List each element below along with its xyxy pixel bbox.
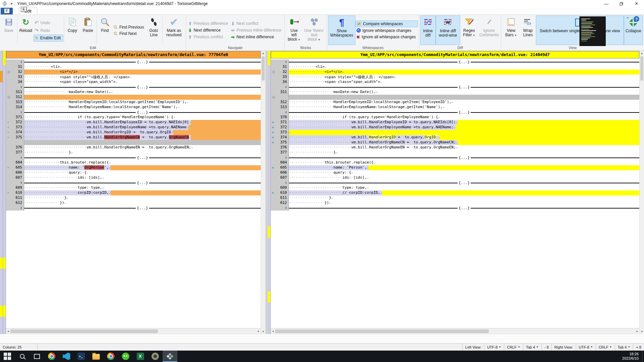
taskbar-icon-chrome[interactable] (44, 351, 59, 362)
code-line[interactable]: 34················<span·class="span_widt… (271, 80, 639, 85)
right-pane-code[interactable]: ↕{...}31············<li>↵32·············… (271, 58, 639, 328)
taskbar-icon-explorer[interactable] (89, 351, 103, 362)
view-bars-button[interactable]: View Bars▼ (502, 15, 520, 45)
right-horizontal-scrollbar[interactable]: ◂ ▸ (271, 328, 639, 334)
code-line[interactable]: 606····················query:·{↵ (6, 170, 261, 175)
code-line[interactable]: 612················})↵ (271, 200, 639, 206)
code-line[interactable]: 311····················maxDate:new·Date(… (271, 90, 639, 95)
code-line[interactable]: 609························type:·type,↵ (271, 185, 639, 190)
code-line[interactable]: 606····················query:·{↵ (271, 170, 639, 175)
code-line[interactable]: +375····························vm.bill.… (271, 140, 639, 145)
code-line[interactable]: 604················this.$router.replace(… (271, 160, 639, 165)
code-line[interactable]: 311····················maxDate:new·Date(… (6, 90, 261, 95)
compare-whitespaces-button[interactable]: ✓Compare whitespaces (355, 20, 418, 27)
scroll-right-icon[interactable]: ▸ (256, 329, 261, 333)
use-theirs-text-block-button[interactable]: Use 'theirs' text block▼ (302, 15, 326, 45)
left-tab-select[interactable]: Tab 4▼ (523, 344, 542, 351)
code-line[interactable]: -374····························vm.bill.… (6, 130, 261, 135)
taskbar-search-button[interactable] (15, 351, 30, 362)
code-line[interactable]: 31············<li>↵ (271, 64, 639, 70)
code-line[interactable]: 313····················HandlerEmployeeID… (6, 100, 261, 105)
collapsed-section-separator[interactable]: ↕{...} (6, 206, 261, 211)
code-line[interactable]: 377····················}↵ (6, 150, 261, 155)
right-tab-select[interactable]: Tab 4▼ (615, 344, 634, 351)
pane-splitter[interactable] (265, 51, 268, 334)
help-icon[interactable]: ? (634, 16, 639, 22)
close-button[interactable]: × (629, 0, 644, 7)
locator-bar[interactable] (0, 51, 3, 334)
reload-button[interactable]: ↻ Reload (18, 15, 34, 45)
scroll-down-icon[interactable]: ▼ (261, 330, 265, 333)
scroll-left-icon[interactable]: ◂ (6, 329, 10, 333)
taskbar-icon-wechat[interactable] (118, 351, 133, 362)
code-line[interactable]: -605····················name:·'OrgPerson… (6, 165, 261, 170)
show-whitespaces-button[interactable]: ¶ Show Whitespaces (328, 15, 355, 45)
code-line[interactable]: +610························//·corpID:co… (271, 190, 639, 195)
code-line[interactable]: +372····························vm.bill.… (271, 125, 639, 130)
previous-conflict-button[interactable]: ⬆Previous conflict (187, 34, 230, 40)
collapsed-section-separator[interactable]: ↕{...} (271, 85, 639, 90)
collapsed-section-separator[interactable]: ↕{...} (271, 180, 639, 185)
code-line[interactable]: 313····················HandlerEmployeeNa… (271, 105, 639, 110)
ignore-whitespace-changes-button[interactable]: Ignore whitespace changes (355, 28, 418, 34)
taskbar-icon-app[interactable] (148, 351, 163, 362)
code-line[interactable]: 32················<i>*</i>↵ (6, 70, 261, 75)
left-eol-select[interactable]: CRLF▼ (504, 344, 523, 351)
code-line[interactable]: 312····················HandlerEmployeeID… (271, 100, 639, 105)
collapsed-section-separator[interactable]: ↕{...} (6, 155, 261, 160)
restore-button[interactable] (614, 0, 629, 7)
code-line[interactable]: -373····························vm.bill.… (6, 125, 261, 130)
quick-access-toolbar[interactable]: ▼ (9, 2, 14, 6)
left-pane-code[interactable]: ↕{...}31············<li>↵32·············… (6, 58, 261, 328)
code-line[interactable]: -375····························vm.bill.… (6, 135, 261, 140)
find-button[interactable]: Find (97, 15, 113, 45)
right-eol-select[interactable]: CRLF▼ (596, 344, 615, 351)
previous-difference-button[interactable]: ⬆Previous difference (187, 20, 230, 27)
code-line[interactable]: 607························ids:·[ids],↵ (6, 175, 261, 180)
file-menu-button[interactable]: F (1, 8, 13, 14)
taskbar-icon-tortoisegitmerge[interactable] (163, 351, 177, 362)
code-line[interactable]: -610························corpID:corpI… (6, 190, 261, 195)
find-previous-button[interactable]: Find Previous (113, 24, 146, 30)
code-line[interactable]: 611··················}↵ (271, 195, 639, 200)
left-vertical-scrollbar[interactable]: ▲ ▼ (261, 51, 265, 334)
task-view-button[interactable] (30, 351, 44, 362)
code-line[interactable]: 370························if·(to.query.… (271, 115, 639, 120)
code-line[interactable]: 607························ids:·[ids],↵ (271, 175, 639, 180)
code-line[interactable]: 612················})↵ (6, 200, 261, 206)
wrap-lines-button[interactable]: Wrap Lines (520, 15, 536, 45)
undo-button[interactable]: ↶Undo (34, 19, 63, 27)
taskbar-icon-excel[interactable] (133, 351, 148, 362)
code-line[interactable]: 604················this.$router.replace(… (6, 160, 261, 165)
mark-as-resolved-button[interactable]: ✔ Mark as resolved (163, 15, 185, 45)
previous-inline-difference-button[interactable]: ⬅Previous inline difference (230, 27, 284, 34)
show-desktop-button[interactable] (642, 351, 644, 362)
regex-filter-button[interactable]: Regex Filter▼ (460, 15, 478, 45)
minimize-ribbon-icon[interactable]: ⌃ (626, 16, 630, 21)
collapsed-section-separator[interactable]: ↕{...} (271, 155, 639, 160)
inline-diff-word-wise-button[interactable]: W Inline diff word-wise (436, 15, 460, 45)
code-line[interactable]: +374····························vm.bill.… (271, 135, 639, 140)
start-button[interactable] (0, 351, 15, 362)
code-line[interactable]: 376····························vm.bill.H… (6, 145, 261, 150)
code-line[interactable]: 32················<i>*</i>↵ (271, 70, 639, 75)
collapsed-section-separator[interactable]: ↕{...} (271, 206, 639, 211)
inline-diff-button[interactable]: Inline diff (420, 15, 436, 45)
find-next-button[interactable]: Find Next (113, 31, 146, 37)
code-line[interactable]: 33················<span·style="">接收人员：·<… (6, 75, 261, 80)
goto-line-button[interactable]: Goto Line (146, 15, 162, 45)
collapsed-section-separator[interactable]: ↕{...} (6, 85, 261, 90)
paste-button[interactable]: Paste (80, 15, 96, 45)
use-left-block-button[interactable]: Use left block▼ (286, 15, 302, 45)
right-vertical-scrollbar[interactable]: ▲ ▼ (639, 51, 644, 334)
code-line[interactable]: 611··················}↵ (6, 195, 261, 200)
right-encoding-select[interactable]: UTF-8▼ (576, 344, 596, 351)
left-encoding-select[interactable]: UTF-8▼ (484, 344, 504, 351)
redo-button[interactable]: ↷Redo (34, 27, 63, 34)
scroll-right-icon[interactable]: ▸ (635, 329, 639, 333)
ignore-comments-button[interactable]: ∕∕ Ignore Comments (478, 15, 500, 45)
collapsed-section-separator[interactable]: ↕{...} (271, 110, 639, 115)
collapsed-section-separator[interactable]: ↕{...} (6, 110, 261, 115)
taskbar-clock[interactable]: 18:26 2022/6/10 (622, 351, 642, 362)
next-difference-button[interactable]: ⬇Next difference (187, 27, 230, 34)
